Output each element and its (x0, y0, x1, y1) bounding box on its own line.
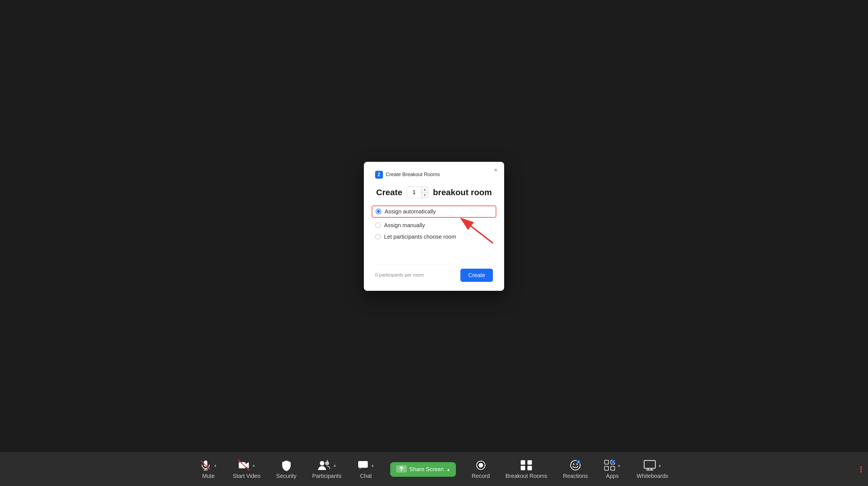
radio-auto[interactable] (376, 208, 381, 214)
dialog-spacer (375, 249, 493, 264)
svg-rect-16 (527, 460, 532, 465)
reactions-icon-area: + (569, 459, 581, 471)
svg-text:+: + (613, 460, 614, 463)
start-video-icon-area: ▲ (238, 459, 255, 471)
svg-rect-24 (604, 460, 609, 464)
security-label: Security (276, 473, 297, 479)
toolbar: ▲ Mute ▲ Start Video Security (0, 452, 868, 486)
radio-manual[interactable] (375, 222, 381, 228)
svg-rect-27 (611, 466, 615, 470)
participants-caret[interactable]: ▲ (333, 463, 337, 467)
toolbar-chat[interactable]: ▲ Chat (349, 459, 382, 479)
share-screen-button[interactable]: Share Screen ▲ (390, 462, 456, 477)
svg-rect-15 (521, 460, 525, 465)
assignment-options: Assign automatically Assign manually Let… (375, 206, 493, 240)
toolbar-share-screen[interactable]: Share Screen ▲ (382, 462, 464, 477)
participants-label: Participants (312, 473, 342, 479)
mic-icon (200, 459, 212, 471)
dialog-title-bar: Z Create Breakout Rooms (375, 171, 493, 179)
record-label: Record (472, 473, 490, 479)
radio-dot-auto (377, 210, 380, 213)
breakout-rooms-icon (520, 459, 533, 471)
toolbar-start-video[interactable]: ▲ Start Video (225, 459, 269, 479)
apps-icon-area: + ▲ (604, 459, 621, 471)
participants-icon-area: 1 ▲ (317, 459, 337, 471)
share-screen-caret[interactable]: ▲ (446, 467, 450, 472)
share-screen-label: Share Screen (409, 466, 443, 473)
number-spinners: ▲ ▼ (421, 187, 428, 198)
svg-point-8 (320, 461, 324, 465)
share-screen-icon-area: Share Screen ▲ (390, 462, 456, 477)
toolbar-mute[interactable]: ▲ Mute (192, 459, 225, 479)
create-label: Create (376, 188, 402, 197)
dialog-footer: 0 participants per room Create (375, 264, 493, 282)
participants-info: 0 participants per room (375, 272, 424, 278)
breakout-rooms-label: Breakout Rooms (505, 473, 547, 479)
apps-label: Apps (606, 473, 619, 479)
svg-rect-26 (604, 466, 609, 470)
reactions-label: Reactions (563, 473, 588, 479)
apps-caret[interactable]: ▲ (617, 463, 621, 467)
more-options[interactable] (857, 465, 865, 475)
spinner-up[interactable]: ▲ (422, 187, 428, 192)
room-count-input[interactable]: 1 ▲ ▼ (407, 187, 428, 198)
share-screen-icon (396, 465, 407, 474)
chat-caret[interactable]: ▲ (371, 463, 374, 467)
svg-rect-11 (358, 461, 368, 468)
mute-caret[interactable]: ▲ (213, 463, 217, 467)
whiteboards-icon (643, 459, 656, 471)
mute-label: Mute (202, 473, 215, 479)
video-caret[interactable]: ▲ (252, 463, 255, 467)
svg-text:1: 1 (327, 459, 328, 463)
chat-label: Chat (360, 473, 372, 479)
svg-rect-18 (527, 466, 532, 470)
radio-choose[interactable] (375, 234, 381, 239)
security-icon-area (281, 459, 292, 471)
whiteboards-icon-area: ▲ (643, 459, 662, 471)
breakout-room-label: breakout room (433, 188, 492, 197)
option-manual-label: Assign manually (384, 222, 425, 229)
option-participants-choose[interactable]: Let participants choose room (375, 234, 493, 240)
toolbar-apps[interactable]: + ▲ Apps (596, 459, 629, 479)
close-button[interactable]: × (492, 166, 500, 174)
svg-text:+: + (578, 460, 579, 463)
create-button[interactable]: Create (460, 269, 493, 282)
svg-rect-17 (521, 466, 525, 470)
zoom-logo: Z (375, 171, 383, 179)
shield-icon (281, 459, 292, 471)
modal-overlay: Z Create Breakout Rooms × Create 1 ▲ ▼ b… (0, 0, 868, 452)
toolbar-reactions[interactable]: + Reactions (555, 459, 596, 479)
mute-icon-area: ▲ (200, 459, 217, 471)
room-count-field[interactable]: 1 (407, 187, 421, 198)
create-rooms-row: Create 1 ▲ ▼ breakout room (375, 187, 493, 198)
svg-rect-30 (644, 460, 655, 468)
breakout-rooms-icon-area (520, 459, 533, 471)
chat-icon (357, 459, 369, 471)
video-icon (238, 459, 250, 471)
record-icon-area (475, 459, 487, 471)
spinner-down[interactable]: ▼ (422, 192, 428, 198)
toolbar-record[interactable]: Record (464, 459, 497, 479)
option-auto-label: Assign automatically (384, 208, 436, 215)
dialog-title: Create Breakout Rooms (386, 172, 493, 177)
record-icon (475, 459, 487, 471)
svg-point-20 (573, 463, 575, 465)
svg-point-14 (478, 463, 483, 467)
whiteboards-caret[interactable]: ▲ (658, 463, 662, 467)
chat-icon-area: ▲ (357, 459, 374, 471)
people-icon: 1 (317, 459, 331, 471)
option-assign-manually[interactable]: Assign manually (375, 222, 493, 229)
breakout-rooms-dialog: Z Create Breakout Rooms × Create 1 ▲ ▼ b… (364, 162, 504, 291)
option-assign-automatically[interactable]: Assign automatically (372, 205, 496, 218)
whiteboards-label: Whiteboards (637, 473, 668, 479)
toolbar-whiteboards[interactable]: ▲ Whiteboards (629, 459, 676, 479)
toolbar-security[interactable]: Security (269, 459, 304, 479)
reactions-icon: + (569, 459, 581, 471)
toolbar-breakout-rooms[interactable]: Breakout Rooms (498, 459, 555, 479)
toolbar-participants[interactable]: 1 ▲ Participants (304, 459, 349, 479)
apps-icon: + (604, 459, 616, 471)
svg-point-37 (860, 471, 862, 473)
more-icon (857, 465, 865, 474)
start-video-label: Start Video (233, 473, 260, 479)
option-choose-label: Let participants choose room (384, 234, 456, 240)
